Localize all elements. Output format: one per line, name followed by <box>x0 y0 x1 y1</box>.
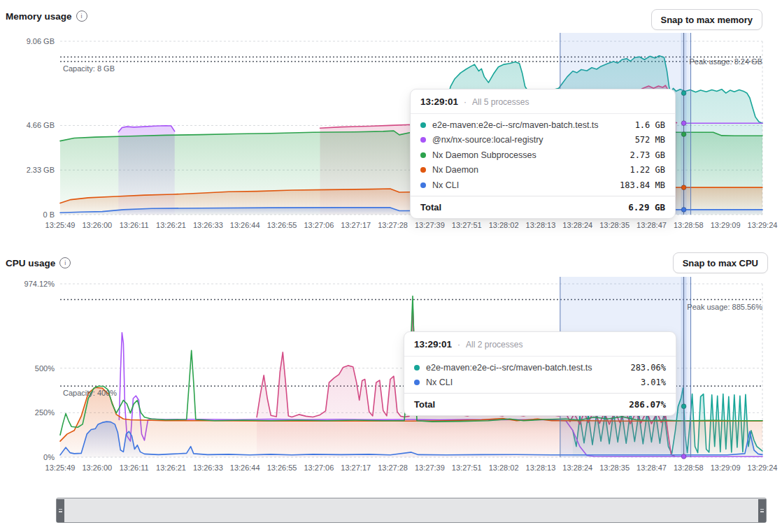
memory-usage-title: Memory usage <box>6 11 72 22</box>
x-tick-label: 13:26:33 <box>193 221 223 229</box>
tooltip-process-row: e2e-maven:e2e-ci--src/maven-batch.test.t… <box>420 117 665 133</box>
info-icon[interactable]: i <box>59 257 71 268</box>
x-tick-label: 13:27:51 <box>452 463 482 472</box>
process-color-dot <box>414 365 420 371</box>
process-value: 3.01% <box>641 378 666 387</box>
x-tick-label: 13:27:28 <box>378 463 408 472</box>
cpu-tooltip-rows: e2e-maven:e2e-ci--src/maven-batch.test.t… <box>404 357 676 393</box>
cpu-usage-header: CPU usage i <box>6 257 71 268</box>
snap-to-max-memory-button[interactable]: Snap to max memory <box>651 9 763 30</box>
tooltip-total-label: Total <box>420 202 441 213</box>
x-tick-label: 13:27:17 <box>341 463 371 472</box>
charts-canvas <box>0 0 782 489</box>
x-tick-label: 13:26:33 <box>193 463 223 472</box>
x-tick-label: 13:26:21 <box>156 463 186 472</box>
process-name: Nx CLI <box>432 180 613 190</box>
x-tick-label: 13:28:02 <box>489 221 519 229</box>
process-color-dot <box>420 182 426 188</box>
process-color-dot <box>420 137 426 143</box>
x-tick-label: 13:28:47 <box>637 463 667 472</box>
x-tick-label: 13:27:06 <box>304 221 334 229</box>
tooltip-time: 13:29:01 <box>414 339 452 350</box>
process-value: 1.22 GB <box>630 165 665 175</box>
tooltip-separator: · <box>457 340 460 350</box>
y-tick-label: 974.12% <box>24 280 55 288</box>
process-name: @nx/nx-source:local-registry <box>432 135 629 145</box>
capacity-label: Capacity: 400% <box>63 389 117 397</box>
x-tick-label: 13:28:13 <box>526 463 556 472</box>
x-tick-label: 13:29:09 <box>711 221 741 229</box>
x-tick-label: 13:26:11 <box>120 463 149 472</box>
y-tick-label: 0% <box>43 453 55 461</box>
memory-tooltip-rows: e2e-maven:e2e-ci--src/maven-batch.test.t… <box>411 114 675 196</box>
x-tick-label: 13:26:00 <box>82 463 112 472</box>
process-name: Nx Daemon Subprocesses <box>432 150 623 160</box>
grip-line <box>59 509 62 510</box>
cpu-tooltip-header: 13:29:01 · All 2 processes <box>404 332 676 357</box>
timeline-brush-track[interactable] <box>56 498 767 523</box>
peak-usage-label: Peak usage: 885.56% <box>687 303 762 311</box>
x-tick-label: 13:26:44 <box>230 463 260 472</box>
tooltip-process-row: e2e-maven:e2e-ci--src/maven-batch.test.t… <box>414 360 666 375</box>
x-tick-label: 13:28:24 <box>562 221 592 229</box>
process-value: 183.84 MB <box>620 180 665 190</box>
x-tick-label: 13:27:06 <box>304 463 334 472</box>
tooltip-process-row: Nx Daemon1.22 GB <box>420 163 665 178</box>
x-tick-label: 13:27:17 <box>341 221 371 229</box>
nx-profiler-page: Memory usage i Snap to max memory CPU us… <box>0 0 782 532</box>
process-value: 572 MB <box>635 135 665 145</box>
x-tick-label: 13:26:21 <box>156 221 186 229</box>
cpu-tooltip-total: Total 286.07% <box>404 393 676 415</box>
tooltip-total-label: Total <box>414 399 435 410</box>
x-tick-label: 13:27:39 <box>415 463 445 472</box>
x-tick-label: 13:25:49 <box>45 463 76 472</box>
grip-line <box>59 511 62 512</box>
cpu-usage-title: CPU usage <box>6 258 55 268</box>
tooltip-process-row: @nx/nx-source:local-registry572 MB <box>420 133 665 148</box>
x-tick-label: 13:27:28 <box>378 221 408 229</box>
x-tick-label: 13:27:39 <box>415 221 445 229</box>
process-value: 2.73 GB <box>630 150 665 160</box>
x-tick-label: 13:28:35 <box>599 221 630 229</box>
y-tick-label: 4.66 GB <box>27 121 55 129</box>
memory-tooltip: 13:29:01 · All 5 processes e2e-maven:e2e… <box>410 89 676 219</box>
tooltip-process-row: Nx Daemon Subprocesses2.73 GB <box>420 148 665 163</box>
x-tick-label: 13:25:49 <box>45 221 76 229</box>
brush-handle-left[interactable] <box>57 499 64 522</box>
grip-line <box>760 509 764 510</box>
tooltip-subtitle: All 5 processes <box>472 97 529 107</box>
process-name: Nx CLI <box>426 378 634 387</box>
peak-usage-label: Peak usage: 8.24 GB <box>689 57 762 66</box>
process-color-dot <box>420 152 426 158</box>
x-tick-label: 13:29:24 <box>748 221 778 229</box>
x-tick-label: 13:28:58 <box>674 221 704 229</box>
process-name: Nx Daemon <box>432 165 623 175</box>
snap-to-max-cpu-button[interactable]: Snap to max CPU <box>673 252 768 273</box>
tooltip-process-row: Nx CLI3.01% <box>414 375 666 391</box>
tooltip-total-value: 6.29 GB <box>628 202 665 213</box>
grip-line <box>760 511 764 512</box>
x-tick-label: 13:26:55 <box>267 463 297 472</box>
y-tick-label: 9.06 GB <box>27 37 55 45</box>
brush-handle-right[interactable] <box>758 499 766 522</box>
y-tick-label: 500% <box>35 364 55 373</box>
process-value: 1.6 GB <box>635 120 665 130</box>
x-tick-label: 13:28:13 <box>526 221 556 229</box>
process-color-dot <box>414 380 420 385</box>
process-value: 283.06% <box>630 363 666 373</box>
x-tick-label: 13:29:09 <box>711 463 741 472</box>
info-icon[interactable]: i <box>76 10 87 22</box>
tooltip-separator: · <box>464 97 467 107</box>
x-tick-label: 13:28:58 <box>674 463 704 472</box>
x-tick-label: 13:27:51 <box>452 221 482 229</box>
cpu-tooltip: 13:29:01 · All 2 processes e2e-maven:e2e… <box>404 331 676 416</box>
tooltip-subtitle: All 2 processes <box>466 340 522 350</box>
y-tick-label: 0 B <box>43 210 55 219</box>
x-tick-label: 13:28:35 <box>599 463 630 472</box>
x-tick-label: 13:28:02 <box>489 463 519 472</box>
x-tick-label: 13:28:47 <box>637 221 667 229</box>
x-tick-label: 13:26:00 <box>82 221 112 229</box>
tooltip-total-value: 286.07% <box>629 399 666 410</box>
tooltip-time: 13:29:01 <box>420 96 458 107</box>
process-name: e2e-maven:e2e-ci--src/maven-batch.test.t… <box>432 120 629 130</box>
